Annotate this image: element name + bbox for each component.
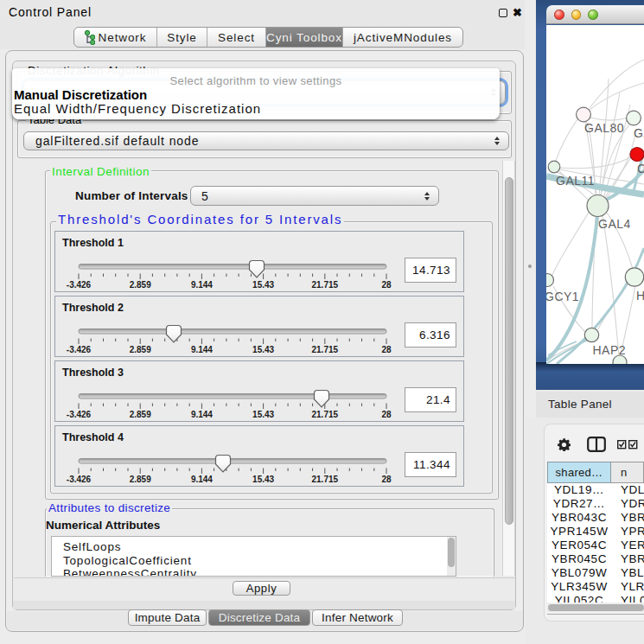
svg-text:15.43: 15.43: [252, 475, 274, 484]
svg-text:21.715: 21.715: [312, 410, 339, 419]
svg-text:9.144: 9.144: [191, 475, 213, 484]
svg-text:GAL4: GAL4: [598, 216, 631, 230]
svg-text:-3.426: -3.426: [67, 475, 92, 484]
svg-text:9.144: 9.144: [191, 345, 213, 354]
svg-text:28: 28: [381, 280, 392, 290]
svg-text:21.715: 21.715: [312, 280, 339, 290]
svg-text:28: 28: [381, 475, 392, 484]
svg-text:28: 28: [381, 410, 392, 419]
svg-text:-3.426: -3.426: [67, 410, 92, 419]
svg-text:GCY1: GCY1: [546, 289, 579, 303]
svg-text:2.859: 2.859: [130, 280, 151, 290]
svg-text:21.715: 21.715: [312, 345, 339, 354]
svg-text:GAL11: GAL11: [556, 173, 595, 187]
svg-text:2.859: 2.859: [130, 475, 151, 484]
svg-text:21.715: 21.715: [312, 475, 339, 484]
svg-text:15.43: 15.43: [252, 345, 274, 354]
svg-text:-3.426: -3.426: [67, 345, 92, 354]
svg-text:HAP2: HAP2: [593, 342, 627, 356]
svg-text:28: 28: [381, 345, 392, 354]
svg-text:9.144: 9.144: [191, 280, 213, 290]
svg-text:2.859: 2.859: [130, 345, 151, 354]
svg-text:GAL80: GAL80: [584, 121, 624, 135]
svg-text:15.43: 15.43: [252, 280, 274, 290]
svg-text:-3.426: -3.426: [67, 280, 92, 290]
svg-text:2.859: 2.859: [130, 410, 151, 419]
svg-text:15.43: 15.43: [252, 410, 274, 419]
svg-text:C: C: [637, 162, 644, 175]
svg-text:9.144: 9.144: [191, 410, 213, 419]
svg-text:GA: GA: [634, 126, 644, 140]
svg-text:H: H: [636, 288, 644, 302]
